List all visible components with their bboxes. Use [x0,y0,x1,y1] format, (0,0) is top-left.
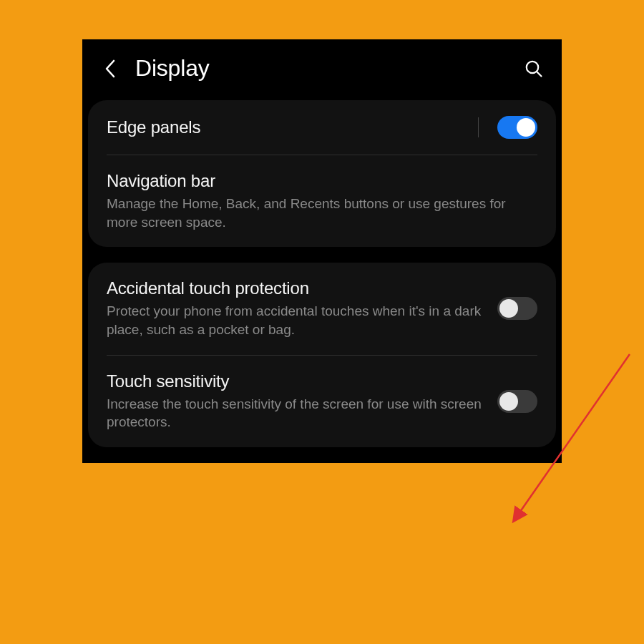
row-description: Protect your phone from accidental touch… [107,302,487,338]
toggle-knob-icon [499,299,518,318]
toggle-knob-icon [499,392,518,411]
back-icon [104,59,117,79]
settings-group-1: Edge panels Navigation bar Manage the Ho… [88,100,556,247]
row-title: Accidental touch protection [107,278,487,298]
row-text: Edge panels [107,117,468,137]
row-text: Touch sensitivity Increase the touch sen… [107,371,487,431]
row-description: Manage the Home, Back, and Recents butto… [107,195,537,231]
svg-line-1 [537,72,541,76]
settings-group-2: Accidental touch protection Protect your… [88,263,556,447]
row-touch-sensitivity[interactable]: Touch sensitivity Increase the touch sen… [88,356,556,447]
row-title: Navigation bar [107,171,537,191]
vertical-divider [478,117,479,137]
row-edge-panels[interactable]: Edge panels [88,100,556,155]
page-title: Display [135,55,509,82]
settings-screen: Display Edge panels Navigation bar Manag… [82,39,562,463]
row-accidental-touch[interactable]: Accidental touch protection Protect your… [88,263,556,354]
back-button[interactable] [98,57,122,81]
edge-panels-toggle[interactable] [497,116,537,139]
row-title: Touch sensitivity [107,371,487,391]
row-text: Accidental touch protection Protect your… [107,278,487,338]
header-bar: Display [82,42,562,100]
row-text: Navigation bar Manage the Home, Back, an… [107,171,537,231]
search-icon [525,59,543,78]
touch-sensitivity-toggle[interactable] [497,390,537,413]
toggle-knob-icon [517,118,535,137]
accidental-touch-toggle[interactable] [497,297,537,320]
search-button[interactable] [522,57,546,81]
row-navigation-bar[interactable]: Navigation bar Manage the Home, Back, an… [88,155,556,247]
row-description: Increase the touch sensitivity of the sc… [107,395,487,431]
row-title: Edge panels [107,117,468,137]
